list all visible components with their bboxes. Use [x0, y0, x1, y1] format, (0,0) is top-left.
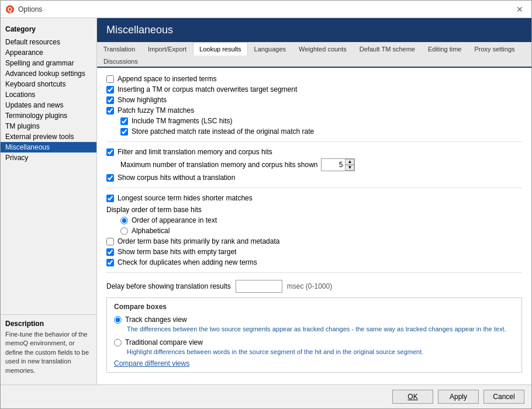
- max-hits-label: Maximum number of translation memory and…: [120, 161, 317, 169]
- sidebar-item-updates-news[interactable]: Updates and news: [1, 100, 96, 110]
- options-window: Q Options ✕ Category Default resources A…: [0, 0, 532, 409]
- close-button[interactable]: ✕: [513, 4, 527, 15]
- check-duplicates-checkbox[interactable]: [106, 259, 114, 266]
- svg-text:Q: Q: [8, 6, 12, 13]
- store-patched-checkbox[interactable]: [120, 128, 128, 136]
- show-corpus-checkbox[interactable]: [106, 174, 114, 182]
- divider-1: [106, 141, 522, 142]
- main-content: Category Default resources Appearance Sp…: [1, 18, 531, 384]
- tab-lookup-results[interactable]: Lookup results: [193, 42, 248, 56]
- filter-limit-checkbox[interactable]: [106, 148, 114, 156]
- sidebar-item-terminology-plugins[interactable]: Terminology plugins: [1, 110, 96, 121]
- show-corpus-label[interactable]: Show corpus hits without a translation: [118, 174, 235, 182]
- tab-weighted-counts[interactable]: Weighted counts: [292, 42, 353, 56]
- description-title: Description: [5, 320, 92, 328]
- filter-limit-row: Filter and limit translation memory and …: [106, 147, 522, 157]
- tab-import-export[interactable]: Import/Export: [141, 42, 193, 56]
- delay-label: Delay before showing translation results: [106, 282, 231, 290]
- max-hits-spinners: ▲ ▼: [345, 159, 354, 171]
- show-highlights-checkbox[interactable]: [106, 96, 114, 104]
- traditional-compare-radio[interactable]: [114, 339, 122, 346]
- check-duplicates-label[interactable]: Check for duplicates when adding new ter…: [118, 258, 257, 266]
- max-hits-up-button[interactable]: ▲: [345, 159, 354, 165]
- show-term-empty-checkbox[interactable]: [106, 248, 114, 256]
- track-changes-label[interactable]: Track changes view: [125, 316, 187, 324]
- max-hits-input-container: 5 ▲ ▼: [321, 158, 355, 171]
- divider-3: [106, 272, 522, 273]
- tab-editing-time[interactable]: Editing time: [422, 42, 468, 56]
- show-term-empty-label[interactable]: Show term base hits with empty target: [118, 248, 236, 256]
- alphabetical-radio[interactable]: [120, 227, 128, 235]
- title-bar-left: Q Options: [5, 5, 42, 14]
- store-patched-row: Store patched match rate instead of the …: [120, 126, 522, 137]
- inserting-tm-label[interactable]: Inserting a TM or corpus match overwrite…: [118, 85, 297, 93]
- compare-boxes-title: Compare boxes: [114, 303, 514, 311]
- sidebar-item-tm-plugins[interactable]: TM plugins: [1, 121, 96, 131]
- inserting-tm-checkbox[interactable]: [106, 86, 114, 93]
- tab-languages[interactable]: Languages: [248, 42, 292, 56]
- max-hits-down-button[interactable]: ▼: [345, 165, 354, 171]
- sidebar: Category Default resources Appearance Sp…: [1, 18, 97, 384]
- max-hits-input[interactable]: 5: [322, 160, 345, 170]
- include-tm-fragments-label[interactable]: Include TM fragments (LSC hits): [132, 117, 233, 125]
- patch-fuzzy-row: Patch fuzzy TM matches: [106, 105, 522, 116]
- traditional-compare-description: Highlight differences between words in t…: [127, 348, 514, 356]
- inserting-tm-row: Inserting a TM or corpus match overwrite…: [106, 84, 522, 95]
- sidebar-item-external-preview[interactable]: External preview tools: [1, 131, 96, 142]
- max-hits-row: Maximum number of translation memory and…: [120, 157, 522, 172]
- traditional-compare-label[interactable]: Traditional compare view: [125, 338, 203, 346]
- window-title: Options: [18, 5, 42, 13]
- patch-fuzzy-checkbox[interactable]: [106, 107, 114, 115]
- order-appearance-label[interactable]: Order of appearance in text: [132, 216, 217, 224]
- longest-source-checkbox[interactable]: [106, 195, 114, 202]
- store-patched-label[interactable]: Store patched match rate instead of the …: [132, 127, 314, 136]
- track-changes-description: The differences between the two source s…: [127, 325, 514, 334]
- append-space-checkbox[interactable]: [106, 75, 114, 83]
- apply-button[interactable]: Apply: [438, 390, 479, 404]
- panel-header: Miscellaneous: [97, 18, 531, 42]
- order-rank-label[interactable]: Order term base hits primarily by rank a…: [118, 237, 279, 245]
- sidebar-item-miscellaneous[interactable]: Miscellaneous: [1, 142, 96, 152]
- ok-button[interactable]: OK: [392, 390, 433, 404]
- order-rank-row: Order term base hits primarily by rank a…: [106, 236, 522, 247]
- longest-source-label[interactable]: Longest source term hides shorter matche…: [118, 194, 253, 202]
- main-panel: Miscellaneous Translation Import/Export …: [97, 18, 531, 384]
- tab-proxy-settings[interactable]: Proxy settings: [468, 42, 521, 56]
- description-text: Fine-tune the behavior of the memoQ envi…: [5, 330, 92, 375]
- divider-2: [106, 188, 522, 188]
- sidebar-item-locations[interactable]: Locations: [1, 89, 96, 100]
- description-panel: Description Fine-tune the behavior of th…: [1, 314, 96, 380]
- order-rank-checkbox[interactable]: [106, 238, 114, 245]
- tab-discussions[interactable]: Discussions: [97, 54, 144, 68]
- compare-boxes-section: Compare boxes Track changes view The dif…: [106, 297, 522, 373]
- tab-translation[interactable]: Translation: [97, 42, 141, 56]
- delay-row: Delay before showing translation results…: [106, 278, 522, 295]
- sidebar-item-privacy[interactable]: Privacy: [1, 152, 96, 163]
- sidebar-item-appearance[interactable]: Appearance: [1, 47, 96, 58]
- filter-limit-label[interactable]: Filter and limit translation memory and …: [118, 148, 272, 156]
- sidebar-item-advanced-lookup[interactable]: Advanced lookup settings: [1, 68, 96, 79]
- order-appearance-radio[interactable]: [120, 217, 128, 224]
- sidebar-item-keyboard-shortcuts[interactable]: Keyboard shortcuts: [1, 79, 96, 89]
- append-space-label[interactable]: Append space to inserted terms: [118, 75, 216, 83]
- append-space-row: Append space to inserted terms: [106, 74, 522, 84]
- compare-different-views-link[interactable]: Compare different views: [114, 359, 189, 368]
- track-changes-radio[interactable]: [114, 316, 122, 324]
- alphabetical-label[interactable]: Alphabetical: [132, 227, 170, 235]
- show-highlights-row: Show highlights: [106, 95, 522, 105]
- display-order-label: Display order of term base hits: [106, 203, 522, 215]
- tabs-bar: Translation Import/Export Lookup results…: [97, 42, 531, 68]
- alphabetical-row: Alphabetical: [120, 226, 522, 236]
- tab-default-tm-scheme[interactable]: Default TM scheme: [353, 42, 422, 56]
- include-tm-fragments-row: Include TM fragments (LSC hits): [120, 116, 522, 126]
- include-tm-fragments-checkbox[interactable]: [120, 117, 128, 125]
- show-highlights-label[interactable]: Show highlights: [118, 96, 167, 104]
- app-icon: Q: [5, 5, 15, 14]
- cancel-button[interactable]: Cancel: [483, 390, 524, 404]
- sidebar-item-default-resources[interactable]: Default resources: [1, 37, 96, 47]
- patch-fuzzy-label[interactable]: Patch fuzzy TM matches: [118, 106, 194, 115]
- show-corpus-row: Show corpus hits without a translation: [106, 172, 522, 183]
- delay-input[interactable]: 500: [236, 280, 282, 293]
- bottom-bar: OK Apply Cancel: [1, 384, 531, 408]
- sidebar-item-spelling[interactable]: Spelling and grammar: [1, 58, 96, 68]
